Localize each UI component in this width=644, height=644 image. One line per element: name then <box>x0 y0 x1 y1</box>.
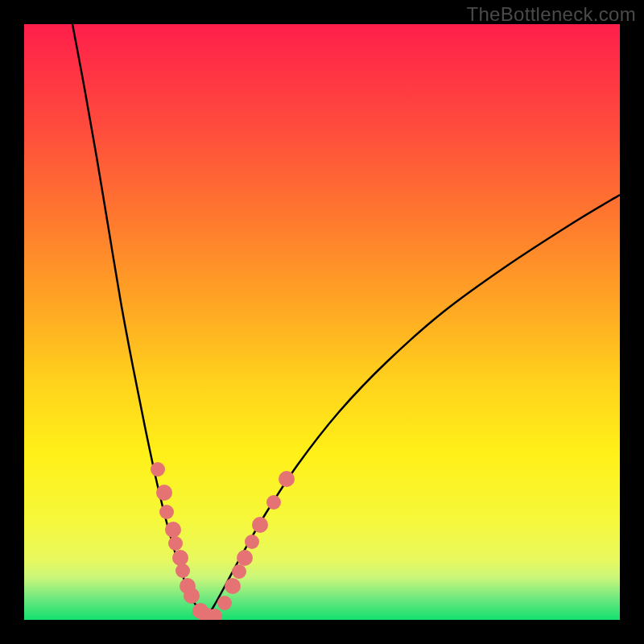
data-marker <box>252 517 268 533</box>
data-marker <box>184 588 200 604</box>
data-marker <box>156 485 172 501</box>
data-markers <box>151 462 295 620</box>
data-marker <box>175 564 190 578</box>
data-marker <box>266 495 281 510</box>
data-marker <box>217 596 232 610</box>
left-bottleneck-curve <box>72 24 205 620</box>
data-marker <box>159 505 174 519</box>
data-marker <box>232 564 246 579</box>
data-marker <box>245 535 259 549</box>
watermark-label: TheBottleneck.com <box>466 3 636 26</box>
data-marker <box>168 536 183 551</box>
plot-area <box>24 24 620 620</box>
data-marker <box>237 550 253 566</box>
curve-canvas <box>24 24 620 620</box>
chart-frame: TheBottleneck.com <box>0 0 644 644</box>
right-bottleneck-curve <box>205 195 620 620</box>
data-marker <box>172 550 188 566</box>
data-marker <box>279 471 295 487</box>
data-marker <box>225 578 241 594</box>
data-marker <box>165 522 181 538</box>
data-marker <box>151 462 165 477</box>
